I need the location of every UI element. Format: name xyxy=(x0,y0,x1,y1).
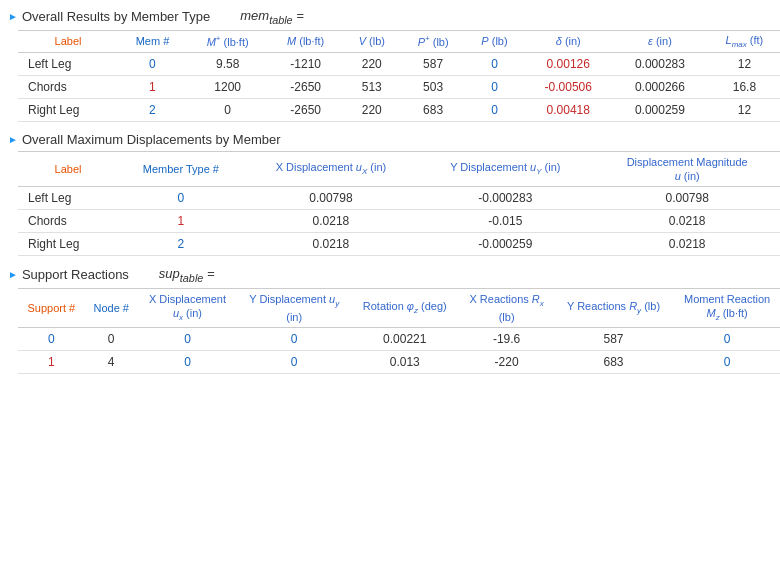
member-type-table: Label Mem # M+ (lb·ft) M (lb·ft) V (lb) … xyxy=(18,30,780,122)
th-delta: δ (in) xyxy=(523,30,613,52)
cell-p: 0 xyxy=(466,75,524,98)
cell-mem: 1 xyxy=(118,75,187,98)
cell-magnitude: 0.0218 xyxy=(592,210,780,233)
cell-x-react: -220 xyxy=(458,350,554,373)
cell-delta: 0.00418 xyxy=(523,98,613,121)
th-v: V (lb) xyxy=(343,30,401,52)
cell-x-disp-sr: 0 xyxy=(138,327,237,350)
collapse-icon-2[interactable]: ► xyxy=(8,134,18,145)
cell-mem: 2 xyxy=(118,98,187,121)
cell-pplus: 587 xyxy=(401,52,466,75)
cell-mem: 0 xyxy=(118,52,187,75)
support-reactions-title: Support Reactions xyxy=(22,267,129,282)
member-type-title: Overall Results by Member Type xyxy=(22,9,210,24)
cell-support-num: 0 xyxy=(18,327,85,350)
table-row: 0 0 0 0 0.00221 -19.6 587 0 xyxy=(18,327,780,350)
cell-y-react: 587 xyxy=(555,327,672,350)
cell-x-disp-sr: 0 xyxy=(138,350,237,373)
cell-label: Chords xyxy=(18,75,118,98)
cell-lmax: 12 xyxy=(707,98,780,121)
collapse-icon-1[interactable]: ► xyxy=(8,11,18,22)
cell-y-react: 683 xyxy=(555,350,672,373)
table-row: Left Leg 0 9.58 -1210 220 587 0 0.00126 … xyxy=(18,52,780,75)
cell-v: 220 xyxy=(343,52,401,75)
th-y-disp: Y Displacement uY (in) xyxy=(418,151,592,187)
th-mem: Mem # xyxy=(118,30,187,52)
cell-y-disp: -0.000259 xyxy=(418,233,592,256)
cell-moment: 0 xyxy=(672,327,780,350)
table-row: Right Leg 2 0.0218 -0.000259 0.0218 xyxy=(18,233,780,256)
table-row: 1 4 0 0 0.013 -220 683 0 xyxy=(18,350,780,373)
cell-label: Right Leg xyxy=(18,233,118,256)
cell-member-type: 1 xyxy=(118,210,244,233)
support-reactions-formula: suptable = xyxy=(159,266,215,284)
th-x-disp: X Displacement uX (in) xyxy=(244,151,419,187)
th-magnitude: Displacement Magnitudeu (in) xyxy=(592,151,780,187)
th-y-disp-sr: Y Displacement uy(in) xyxy=(237,288,351,327)
cell-p: 0 xyxy=(466,52,524,75)
th-node-num: Node # xyxy=(85,288,138,327)
cell-epsilon: 0.000266 xyxy=(613,75,707,98)
cell-rotation: 0.013 xyxy=(351,350,458,373)
cell-magnitude: 0.00798 xyxy=(592,187,780,210)
cell-pplus: 503 xyxy=(401,75,466,98)
th-member-type: Member Type # xyxy=(118,151,244,187)
th-mminus: M (lb·ft) xyxy=(268,30,342,52)
th-x-disp-sr: X Displacementux (in) xyxy=(138,288,237,327)
cell-member-type: 2 xyxy=(118,233,244,256)
cell-mminus: -2650 xyxy=(268,75,342,98)
cell-y-disp-sr: 0 xyxy=(237,327,351,350)
member-type-formula: memtable = xyxy=(240,8,304,26)
support-reactions-header: ► Support Reactions suptable = xyxy=(8,266,772,284)
cell-y-disp: -0.015 xyxy=(418,210,592,233)
table-row: Left Leg 0 0.00798 -0.000283 0.00798 xyxy=(18,187,780,210)
cell-p: 0 xyxy=(466,98,524,121)
th-label-1: Label xyxy=(18,30,118,52)
max-disp-section: ► Overall Maximum Displacements by Membe… xyxy=(8,132,772,257)
table-row: Right Leg 2 0 -2650 220 683 0 0.00418 0.… xyxy=(18,98,780,121)
th-support-num: Support # xyxy=(18,288,85,327)
cell-label: Left Leg xyxy=(18,52,118,75)
cell-epsilon: 0.000259 xyxy=(613,98,707,121)
cell-node-num: 0 xyxy=(85,327,138,350)
cell-mplus: 9.58 xyxy=(187,52,269,75)
cell-moment: 0 xyxy=(672,350,780,373)
th-moment: Moment ReactionMz (lb·ft) xyxy=(672,288,780,327)
th-x-react: X Reactions Rx(lb) xyxy=(458,288,554,327)
cell-node-num: 4 xyxy=(85,350,138,373)
th-rotation: Rotation φz (deg) xyxy=(351,288,458,327)
th-lmax: Lmax (ft) xyxy=(707,30,780,52)
cell-x-react: -19.6 xyxy=(458,327,554,350)
th-mplus: M+ (lb·ft) xyxy=(187,30,269,52)
cell-rotation: 0.00221 xyxy=(351,327,458,350)
cell-label: Left Leg xyxy=(18,187,118,210)
th-label-2: Label xyxy=(18,151,118,187)
cell-v: 220 xyxy=(343,98,401,121)
cell-lmax: 16.8 xyxy=(707,75,780,98)
cell-delta: 0.00126 xyxy=(523,52,613,75)
table-row: Chords 1 1200 -2650 513 503 0 -0.00506 0… xyxy=(18,75,780,98)
cell-y-disp-sr: 0 xyxy=(237,350,351,373)
cell-lmax: 12 xyxy=(707,52,780,75)
cell-magnitude: 0.0218 xyxy=(592,233,780,256)
max-disp-table: Label Member Type # X Displacement uX (i… xyxy=(18,151,780,257)
member-type-header: ► Overall Results by Member Type memtabl… xyxy=(8,8,772,26)
cell-label: Right Leg xyxy=(18,98,118,121)
cell-mminus: -2650 xyxy=(268,98,342,121)
max-disp-header: ► Overall Maximum Displacements by Membe… xyxy=(8,132,772,147)
collapse-icon-3[interactable]: ► xyxy=(8,269,18,280)
cell-delta: -0.00506 xyxy=(523,75,613,98)
support-reactions-table: Support # Node # X Displacementux (in) Y… xyxy=(18,288,780,374)
cell-x-disp: 0.0218 xyxy=(244,210,419,233)
cell-member-type: 0 xyxy=(118,187,244,210)
th-y-react: Y Reactions Ry (lb) xyxy=(555,288,672,327)
cell-mminus: -1210 xyxy=(268,52,342,75)
th-epsilon: ε (in) xyxy=(613,30,707,52)
cell-y-disp: -0.000283 xyxy=(418,187,592,210)
cell-pplus: 683 xyxy=(401,98,466,121)
member-type-section: ► Overall Results by Member Type memtabl… xyxy=(8,8,772,122)
th-p: P (lb) xyxy=(466,30,524,52)
cell-mplus: 1200 xyxy=(187,75,269,98)
cell-x-disp: 0.00798 xyxy=(244,187,419,210)
cell-x-disp: 0.0218 xyxy=(244,233,419,256)
